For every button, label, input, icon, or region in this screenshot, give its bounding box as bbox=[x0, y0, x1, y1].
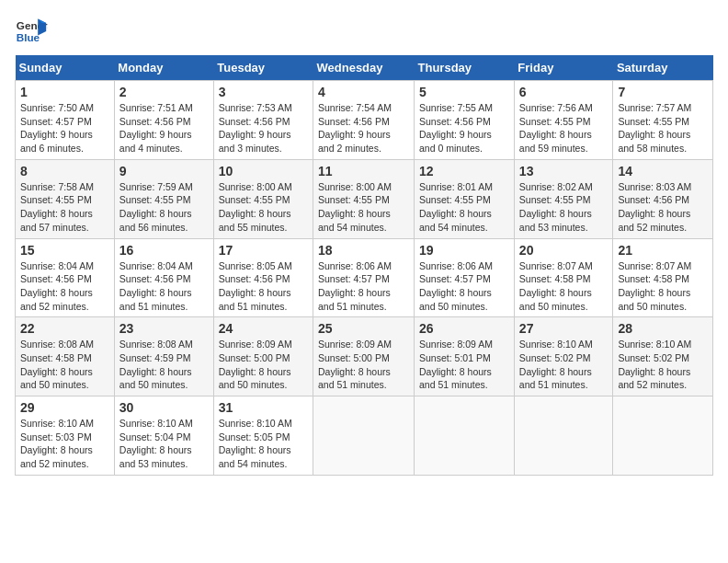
calendar-cell: 26 Sunrise: 8:09 AMSunset: 5:01 PMDaylig… bbox=[415, 317, 515, 396]
calendar-cell bbox=[514, 396, 613, 476]
calendar-cell: 10 Sunrise: 8:00 AMSunset: 4:55 PMDaylig… bbox=[213, 159, 313, 238]
day-number: 1 bbox=[20, 85, 109, 99]
day-detail: Sunrise: 8:03 AMSunset: 4:56 PMDaylight:… bbox=[618, 180, 708, 235]
day-detail: Sunrise: 7:56 AMSunset: 4:55 PMDaylight:… bbox=[519, 101, 609, 155]
calendar-cell bbox=[313, 396, 415, 476]
logo-icon: General Blue bbox=[15, 15, 48, 48]
day-detail: Sunrise: 8:05 AMSunset: 4:56 PMDaylight:… bbox=[219, 259, 308, 314]
calendar-cell: 28 Sunrise: 8:10 AMSunset: 5:02 PMDaylig… bbox=[613, 317, 713, 396]
calendar-cell: 4 Sunrise: 7:54 AMSunset: 4:56 PMDayligh… bbox=[313, 81, 415, 160]
day-number: 17 bbox=[219, 243, 308, 258]
day-number: 27 bbox=[519, 321, 609, 336]
day-number: 13 bbox=[519, 164, 609, 178]
day-detail: Sunrise: 8:06 AMSunset: 4:57 PMDaylight:… bbox=[419, 259, 509, 314]
calendar-cell: 5 Sunrise: 7:55 AMSunset: 4:56 PMDayligh… bbox=[415, 81, 515, 160]
column-header-thursday: Thursday bbox=[415, 55, 515, 81]
day-detail: Sunrise: 8:07 AMSunset: 4:58 PMDaylight:… bbox=[618, 259, 708, 314]
column-header-wednesday: Wednesday bbox=[313, 55, 415, 81]
calendar-cell: 3 Sunrise: 7:53 AMSunset: 4:56 PMDayligh… bbox=[213, 81, 313, 160]
column-header-saturday: Saturday bbox=[613, 55, 713, 81]
day-number: 4 bbox=[318, 85, 409, 99]
day-detail: Sunrise: 8:06 AMSunset: 4:57 PMDaylight:… bbox=[318, 259, 409, 314]
day-number: 19 bbox=[419, 243, 509, 258]
day-number: 26 bbox=[419, 321, 509, 336]
calendar-cell: 9 Sunrise: 7:59 AMSunset: 4:55 PMDayligh… bbox=[114, 159, 213, 238]
day-detail: Sunrise: 8:10 AMSunset: 5:02 PMDaylight:… bbox=[519, 338, 609, 392]
day-detail: Sunrise: 8:09 AMSunset: 5:01 PMDaylight:… bbox=[419, 338, 509, 392]
day-detail: Sunrise: 8:10 AMSunset: 5:05 PMDaylight:… bbox=[219, 417, 308, 471]
day-detail: Sunrise: 7:50 AMSunset: 4:57 PMDaylight:… bbox=[20, 101, 109, 155]
day-detail: Sunrise: 8:10 AMSunset: 5:02 PMDaylight:… bbox=[618, 338, 708, 392]
calendar-cell: 1 Sunrise: 7:50 AMSunset: 4:57 PMDayligh… bbox=[16, 81, 115, 160]
calendar-cell: 23 Sunrise: 8:08 AMSunset: 4:59 PMDaylig… bbox=[114, 317, 213, 396]
day-detail: Sunrise: 8:08 AMSunset: 4:59 PMDaylight:… bbox=[119, 338, 209, 392]
calendar-cell: 27 Sunrise: 8:10 AMSunset: 5:02 PMDaylig… bbox=[514, 317, 613, 396]
day-number: 9 bbox=[119, 164, 209, 178]
calendar-cell: 29 Sunrise: 8:10 AMSunset: 5:03 PMDaylig… bbox=[16, 396, 115, 476]
day-detail: Sunrise: 7:57 AMSunset: 4:55 PMDaylight:… bbox=[618, 101, 708, 155]
day-number: 8 bbox=[20, 164, 109, 178]
calendar-cell: 7 Sunrise: 7:57 AMSunset: 4:55 PMDayligh… bbox=[613, 81, 713, 160]
day-number: 28 bbox=[618, 321, 708, 336]
calendar-cell bbox=[415, 396, 515, 476]
calendar-cell: 14 Sunrise: 8:03 AMSunset: 4:56 PMDaylig… bbox=[613, 159, 713, 238]
calendar-cell: 22 Sunrise: 8:08 AMSunset: 4:58 PMDaylig… bbox=[16, 317, 115, 396]
calendar-cell bbox=[613, 396, 713, 476]
day-number: 30 bbox=[119, 400, 209, 415]
day-detail: Sunrise: 8:09 AMSunset: 5:00 PMDaylight:… bbox=[318, 338, 409, 392]
day-number: 24 bbox=[219, 321, 308, 336]
day-number: 25 bbox=[318, 321, 409, 336]
column-header-friday: Friday bbox=[514, 55, 613, 81]
column-header-sunday: Sunday bbox=[16, 55, 115, 81]
day-detail: Sunrise: 8:10 AMSunset: 5:04 PMDaylight:… bbox=[119, 417, 209, 471]
day-detail: Sunrise: 8:09 AMSunset: 5:00 PMDaylight:… bbox=[219, 338, 308, 392]
day-number: 14 bbox=[618, 164, 708, 178]
calendar-cell: 19 Sunrise: 8:06 AMSunset: 4:57 PMDaylig… bbox=[415, 238, 515, 317]
day-number: 20 bbox=[519, 243, 609, 258]
calendar-cell: 11 Sunrise: 8:00 AMSunset: 4:55 PMDaylig… bbox=[313, 159, 415, 238]
logo: General Blue bbox=[15, 15, 48, 48]
calendar-cell: 8 Sunrise: 7:58 AMSunset: 4:55 PMDayligh… bbox=[16, 159, 115, 238]
day-number: 11 bbox=[318, 164, 409, 178]
calendar-week-row: 29 Sunrise: 8:10 AMSunset: 5:03 PMDaylig… bbox=[16, 396, 713, 476]
svg-text:Blue: Blue bbox=[17, 31, 40, 43]
calendar-week-row: 8 Sunrise: 7:58 AMSunset: 4:55 PMDayligh… bbox=[16, 159, 713, 238]
day-number: 6 bbox=[519, 85, 609, 99]
day-detail: Sunrise: 8:00 AMSunset: 4:55 PMDaylight:… bbox=[219, 180, 308, 235]
day-number: 21 bbox=[618, 243, 708, 258]
calendar-table: SundayMondayTuesdayWednesdayThursdayFrid… bbox=[15, 55, 713, 476]
calendar-week-row: 1 Sunrise: 7:50 AMSunset: 4:57 PMDayligh… bbox=[16, 81, 713, 160]
day-detail: Sunrise: 7:58 AMSunset: 4:55 PMDaylight:… bbox=[20, 180, 109, 235]
calendar-cell: 21 Sunrise: 8:07 AMSunset: 4:58 PMDaylig… bbox=[613, 238, 713, 317]
day-detail: Sunrise: 8:04 AMSunset: 4:56 PMDaylight:… bbox=[119, 259, 209, 314]
calendar-cell: 20 Sunrise: 8:07 AMSunset: 4:58 PMDaylig… bbox=[514, 238, 613, 317]
calendar-cell: 16 Sunrise: 8:04 AMSunset: 4:56 PMDaylig… bbox=[114, 238, 213, 317]
calendar-cell: 17 Sunrise: 8:05 AMSunset: 4:56 PMDaylig… bbox=[213, 238, 313, 317]
calendar-header-row: SundayMondayTuesdayWednesdayThursdayFrid… bbox=[16, 55, 713, 81]
day-detail: Sunrise: 7:59 AMSunset: 4:55 PMDaylight:… bbox=[119, 180, 209, 235]
day-number: 22 bbox=[20, 321, 109, 336]
day-number: 5 bbox=[419, 85, 509, 99]
day-detail: Sunrise: 8:00 AMSunset: 4:55 PMDaylight:… bbox=[318, 180, 409, 235]
day-number: 3 bbox=[219, 85, 308, 99]
day-number: 23 bbox=[119, 321, 209, 336]
day-detail: Sunrise: 8:07 AMSunset: 4:58 PMDaylight:… bbox=[519, 259, 609, 314]
day-detail: Sunrise: 7:51 AMSunset: 4:56 PMDaylight:… bbox=[119, 101, 209, 155]
calendar-week-row: 15 Sunrise: 8:04 AMSunset: 4:56 PMDaylig… bbox=[16, 238, 713, 317]
column-header-tuesday: Tuesday bbox=[213, 55, 313, 81]
calendar-cell: 31 Sunrise: 8:10 AMSunset: 5:05 PMDaylig… bbox=[213, 396, 313, 476]
day-detail: Sunrise: 8:10 AMSunset: 5:03 PMDaylight:… bbox=[20, 417, 109, 471]
calendar-cell: 13 Sunrise: 8:02 AMSunset: 4:55 PMDaylig… bbox=[514, 159, 613, 238]
calendar-cell: 24 Sunrise: 8:09 AMSunset: 5:00 PMDaylig… bbox=[213, 317, 313, 396]
day-detail: Sunrise: 7:55 AMSunset: 4:56 PMDaylight:… bbox=[419, 101, 509, 155]
day-number: 2 bbox=[119, 85, 209, 99]
calendar-week-row: 22 Sunrise: 8:08 AMSunset: 4:58 PMDaylig… bbox=[16, 317, 713, 396]
calendar-cell: 25 Sunrise: 8:09 AMSunset: 5:00 PMDaylig… bbox=[313, 317, 415, 396]
calendar-cell: 12 Sunrise: 8:01 AMSunset: 4:55 PMDaylig… bbox=[415, 159, 515, 238]
header: General Blue bbox=[15, 15, 713, 48]
day-number: 12 bbox=[419, 164, 509, 178]
day-detail: Sunrise: 8:08 AMSunset: 4:58 PMDaylight:… bbox=[20, 338, 109, 392]
calendar-cell: 15 Sunrise: 8:04 AMSunset: 4:56 PMDaylig… bbox=[16, 238, 115, 317]
column-header-monday: Monday bbox=[114, 55, 213, 81]
day-detail: Sunrise: 8:01 AMSunset: 4:55 PMDaylight:… bbox=[419, 180, 509, 235]
